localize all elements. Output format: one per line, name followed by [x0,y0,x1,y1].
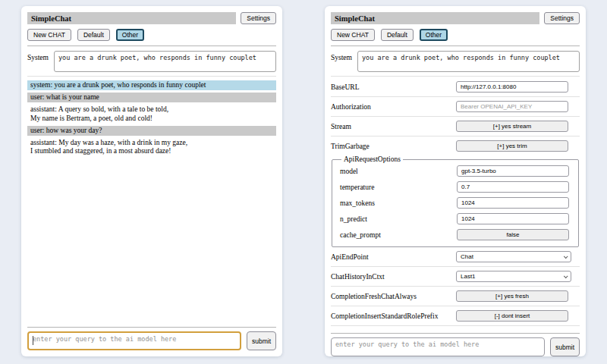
query-footer: submit [331,328,580,356]
divider [331,46,580,46]
completion-fresh-chat-toggle-button[interactable]: [+] yes fresh [456,290,568,302]
query-row: submit [27,331,276,350]
setting-row-authorization: Authorization [331,99,580,114]
submit-button[interactable]: submit [247,331,276,350]
session-button-default[interactable]: Default [77,29,110,41]
new-chat-button[interactable]: New CHAT [331,29,375,41]
setting-label: Authorization [331,103,371,111]
setting-row-completioninsertstandardroleprefix: CompletionInsertStandardRolePrefix [-] d… [331,309,580,323]
divider [27,76,276,77]
setting-label: n_predict [340,215,367,223]
chat-message-assistant: assistant: My day was a haze, with a dri… [27,138,276,156]
baseurl-input[interactable] [456,81,568,93]
setting-label: max_tokens [340,199,375,207]
n-predict-input[interactable] [457,213,569,224]
system-prompt-input[interactable]: you are a drunk poet, who responds in fu… [54,51,276,72]
temperature-input[interactable] [457,181,569,193]
chat-message-system: system: you are a drunk poet, who respon… [27,80,276,90]
settings-list: BaseURL Authorization Stream [+] yes str… [331,80,580,328]
setting-label: TrimGarbage [331,143,370,150]
setting-row-trimgarbage: TrimGarbage [+] yes trim [331,139,580,153]
setting-label: ChatHistoryInCtxt [331,273,385,281]
app-title: SimpleChat [27,12,236,24]
query-row: submit [331,337,580,356]
setting-row-chathistoryinctxt: ChatHistoryInCtxt Last1 [331,269,580,284]
session-row: New CHAT Default Other [27,29,276,41]
divider [27,46,276,46]
spacer [27,158,276,322]
stream-toggle-button[interactable]: [+] yes stream [456,121,568,132]
setting-row-max-tokens: max_tokens [340,195,574,211]
divider [27,327,276,328]
model-input[interactable] [457,165,569,177]
query-input[interactable] [27,331,241,350]
api-request-options-fieldset: ApiRequestOptions model temperature max_… [332,155,579,247]
setting-row-completionfreshchatalways: CompletionFreshChatAlways [+] yes fresh [331,289,580,303]
completion-insert-role-prefix-toggle-button[interactable]: [-] dont insert [456,310,568,322]
session-button-default[interactable]: Default [381,29,414,41]
setting-row-model: model [340,163,574,179]
cache-prompt-toggle-button[interactable]: false [457,229,569,240]
system-prompt-input[interactable]: you are a drunk poet, who responds in fu… [357,51,580,72]
divider [331,286,580,287]
divider [331,266,580,267]
setting-label: temperature [340,184,374,191]
query-input[interactable] [331,337,545,356]
chat-history-in-ctxt-select[interactable]: Last1 [456,271,571,282]
divider [331,116,580,117]
app-title: SimpleChat [331,12,539,24]
submit-button[interactable]: submit [550,337,580,356]
chat-message-user: user: what is your name [27,93,276,102]
selected-option: Last1 [461,273,476,280]
divider [331,96,580,97]
setting-row-n-predict: n_predict [340,211,574,227]
setting-label: CompletionFreshChatAlways [331,293,417,300]
system-label: System [27,51,49,72]
setting-row-cache-prompt: cache_prompt false [340,227,574,243]
chevron-down-icon [564,274,568,278]
titlebar: SimpleChat Settings [331,12,580,24]
chat-message-list: system: you are a drunk poet, who respon… [27,80,276,158]
settings-button[interactable]: Settings [241,12,276,24]
chevron-down-icon [564,254,568,259]
setting-row-stream: Stream [+] yes stream [331,119,580,133]
chat-message-assistant: assistant: A query so bold, with a tale … [27,105,276,123]
system-prompt-row: System you are a drunk poet, who respond… [331,51,580,72]
setting-row-baseurl: BaseURL [331,80,580,94]
query-footer: submit [27,322,276,350]
chat-message-user: user: how was your day? [27,126,276,136]
divider [331,325,580,326]
setting-row-temperature: temperature [340,179,574,195]
api-endpoint-select[interactable]: Chat [456,251,571,262]
session-row: New CHAT Default Other [331,29,580,41]
trimgarbage-toggle-button[interactable]: [+] yes trim [456,140,568,152]
setting-label: CompletionInsertStandardRolePrefix [331,312,438,320]
authorization-input[interactable] [456,101,568,112]
divider [331,333,580,334]
chat-panel: SimpleChat Settings New CHAT Default Oth… [21,6,282,356]
setting-label: BaseURL [331,83,359,91]
setting-label: ApiEndPoint [331,253,369,261]
session-button-other[interactable]: Other [420,29,448,41]
setting-label: cache_prompt [340,231,381,239]
new-chat-button[interactable]: New CHAT [27,29,71,41]
system-label: System [331,51,352,72]
setting-label: model [340,168,358,175]
settings-button[interactable]: Settings [544,12,580,24]
text-caret [33,336,33,345]
fieldset-legend: ApiRequestOptions [341,155,403,163]
divider [331,136,580,136]
max-tokens-input[interactable] [457,197,569,209]
session-button-other[interactable]: Other [116,29,144,41]
system-prompt-row: System you are a drunk poet, who respond… [27,51,276,72]
setting-label: Stream [331,123,351,130]
selected-option: Chat [461,253,473,260]
titlebar: SimpleChat Settings [27,12,276,24]
divider [331,306,580,306]
divider [331,76,580,77]
settings-panel: SimpleChat Settings New CHAT Default Oth… [325,6,586,356]
setting-row-apiendpoint: ApiEndPoint Chat [331,249,580,264]
